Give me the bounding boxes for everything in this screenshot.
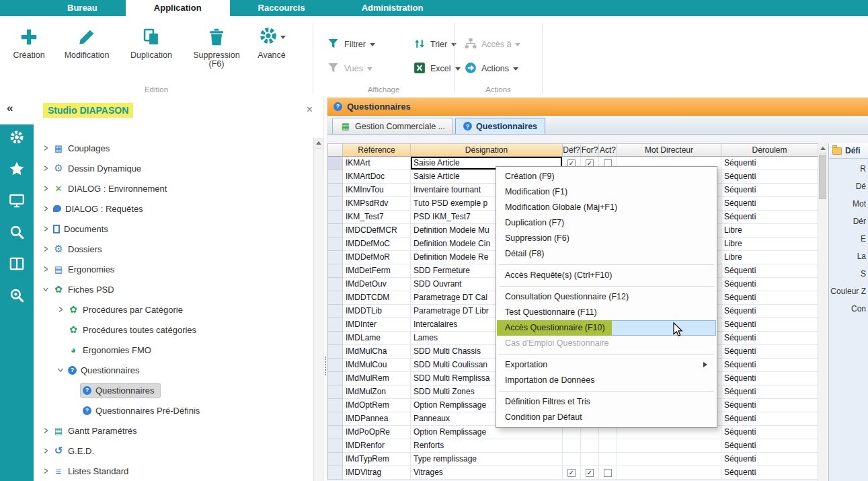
cell-mot-directeur[interactable]: [617, 453, 721, 466]
context-menu-item[interactable]: [497, 351, 716, 357]
chevron-icon[interactable]: [40, 143, 51, 153]
chevron-icon[interactable]: [40, 163, 51, 174]
row-selector[interactable]: [328, 345, 343, 359]
tree-item[interactable]: Dessin Dynamique: [34, 158, 313, 178]
chevron-icon[interactable]: [40, 264, 51, 274]
row-selector[interactable]: [328, 197, 343, 211]
chevron-icon[interactable]: [40, 425, 51, 436]
context-menu-item[interactable]: Consultation Questionnaire (F12): [497, 289, 716, 305]
cell-designation[interactable]: Renforts: [411, 439, 563, 453]
cell-reference[interactable]: IMdDetOuv: [343, 278, 411, 291]
book-icon[interactable]: [8, 255, 26, 272]
cell-deroulement[interactable]: Séquenti: [721, 157, 818, 170]
cell-deroulement[interactable]: Séquenti: [721, 453, 818, 466]
cell-reference[interactable]: IMDInter: [343, 318, 411, 332]
context-menu-item[interactable]: Condition par Défaut: [497, 410, 716, 425]
chevron-icon[interactable]: [55, 365, 66, 375]
menu-tab[interactable]: Raccourcis: [230, 0, 333, 16]
cell-designation[interactable]: Type remplissage: [411, 453, 563, 466]
cell-reference[interactable]: IMdTypRem: [343, 453, 411, 466]
context-menu-item[interactable]: [497, 388, 716, 394]
actions-dropdown-caret[interactable]: [513, 67, 518, 73]
context-menu-item[interactable]: Exportation: [497, 357, 716, 373]
row-selector[interactable]: [328, 237, 343, 251]
context-menu-item[interactable]: Suppression (F6): [497, 231, 716, 246]
cell-mot-directeur[interactable]: [617, 466, 721, 480]
cell-reference[interactable]: IMdPoOpRe: [343, 426, 411, 439]
cell-deroulement[interactable]: Séquenti: [721, 305, 818, 318]
cell-reference[interactable]: IMdDetFerm: [343, 264, 411, 278]
chevron-icon[interactable]: [70, 405, 81, 416]
cell-reference[interactable]: IMdMulCha: [343, 345, 411, 359]
cell-deroulement[interactable]: Libre: [721, 237, 818, 251]
context-menu-item[interactable]: Test Questionnaire (F11): [497, 305, 716, 320]
cell-mot-directeur[interactable]: [617, 439, 721, 453]
cell-reference[interactable]: IKM_Test7: [343, 211, 411, 224]
cell-deroulement[interactable]: Libre: [721, 224, 818, 237]
tree-item[interactable]: Ergonomies FMO: [34, 340, 313, 360]
row-selector[interactable]: [328, 278, 343, 291]
table-row[interactable]: IMDVitrag Vitrages Séquenti: [328, 466, 818, 480]
cell-deroulement[interactable]: Séquenti: [721, 466, 818, 480]
tree-item[interactable]: Couplages: [34, 138, 313, 158]
cell-deroulement[interactable]: Libre: [721, 251, 818, 264]
chevron-icon[interactable]: [40, 284, 51, 295]
filtrer-dropdown-caret[interactable]: [370, 43, 375, 49]
modification-button[interactable]: Modification: [59, 26, 114, 60]
tree-item[interactable]: Documents: [34, 219, 313, 239]
tree-item[interactable]: Fiches PSD: [34, 279, 313, 299]
row-selector[interactable]: [328, 466, 343, 480]
context-menu-item[interactable]: Cas d'Emploi Questionnaire: [497, 336, 716, 351]
cell-reference[interactable]: IMDDTLib: [343, 305, 411, 318]
row-selector[interactable]: [328, 211, 343, 224]
chevron-icon[interactable]: [70, 385, 81, 396]
row-selector[interactable]: [328, 385, 343, 399]
column-header-def[interactable]: Déf?: [563, 143, 581, 157]
cell-deroulement[interactable]: Séquenti: [721, 332, 818, 345]
cell-deroulement[interactable]: Séquenti: [721, 412, 818, 426]
monitor-icon[interactable]: [8, 192, 26, 209]
row-selector[interactable]: [328, 305, 343, 318]
cell-reference[interactable]: IMdMulRem: [343, 372, 411, 385]
cell-mot-directeur[interactable]: [617, 426, 721, 439]
cell-reference[interactable]: IKMInvTou: [343, 184, 411, 197]
tree-item[interactable]: Questionnaires: [34, 360, 313, 380]
cell-deroulement[interactable]: Séquenti: [721, 359, 818, 372]
row-selector[interactable]: [328, 359, 343, 372]
def-checkbox[interactable]: [567, 469, 576, 477]
cell-reference[interactable]: IMDRenfor: [343, 439, 411, 453]
row-selector[interactable]: [328, 332, 343, 345]
chevron-icon[interactable]: [55, 344, 66, 355]
header-selector-cell[interactable]: [328, 143, 343, 157]
context-menu-item[interactable]: Création (F9): [497, 169, 716, 184]
cell-deroulement[interactable]: Séquenti: [721, 291, 818, 305]
tree-item[interactable]: DIALOG : Requêtes: [34, 198, 313, 219]
cell-reference[interactable]: IMDDTCDM: [343, 291, 411, 305]
cell-deroulement[interactable]: Séquenti: [721, 211, 818, 224]
star-icon[interactable]: [8, 160, 26, 178]
context-menu-item[interactable]: [497, 262, 716, 268]
avance-button[interactable]: Avancé: [247, 26, 296, 60]
context-menu-item[interactable]: Modification (F1): [497, 184, 716, 200]
avance-dropdown-caret[interactable]: [280, 36, 286, 42]
table-scrollbar[interactable]: [818, 143, 827, 481]
row-selector[interactable]: [328, 426, 343, 439]
column-header-designation[interactable]: Désignation: [411, 143, 563, 157]
row-selector[interactable]: [328, 453, 343, 466]
cell-reference[interactable]: IKMPsdRdv: [343, 197, 411, 211]
chevron-icon[interactable]: [40, 244, 51, 254]
column-header-mot-directeur[interactable]: Mot Directeur: [617, 143, 721, 157]
table-row[interactable]: IMdTypRem Type remplissage Séquenti: [328, 453, 818, 466]
cell-deroulement[interactable]: Séquenti: [721, 264, 818, 278]
row-selector[interactable]: [328, 399, 343, 412]
cell-deroulement[interactable]: Séquenti: [721, 385, 818, 399]
tree-scrollbar[interactable]: [313, 138, 323, 481]
creation-button[interactable]: Création: [8, 26, 50, 60]
column-header-reference[interactable]: Référence: [343, 143, 411, 157]
row-selector[interactable]: [328, 224, 343, 237]
tree-item[interactable]: G.E.D.: [34, 441, 313, 461]
cell-deroulement[interactable]: Séquenti: [721, 170, 818, 184]
tree-item[interactable]: DIALOG : Environnement: [34, 178, 313, 198]
row-selector[interactable]: [328, 372, 343, 385]
search-icon[interactable]: [8, 223, 26, 241]
